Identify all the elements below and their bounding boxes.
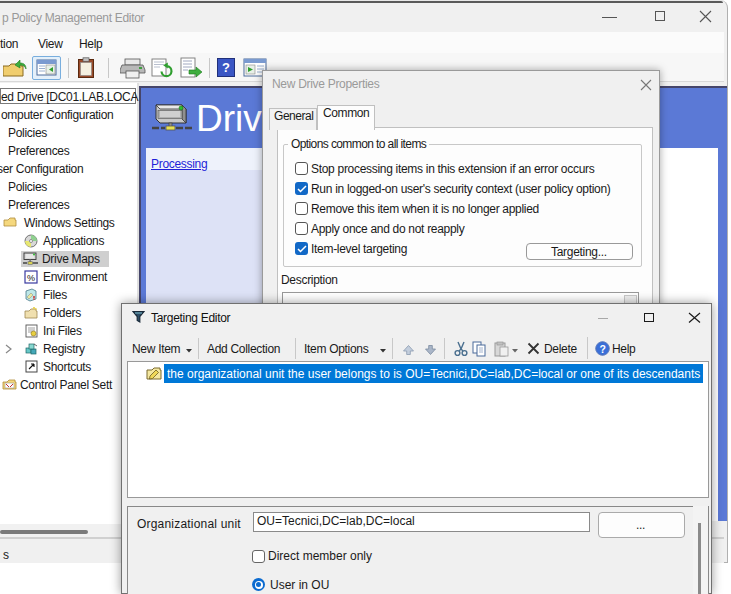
svg-text:?: ? [600,343,606,355]
svg-text:%: % [27,273,35,283]
